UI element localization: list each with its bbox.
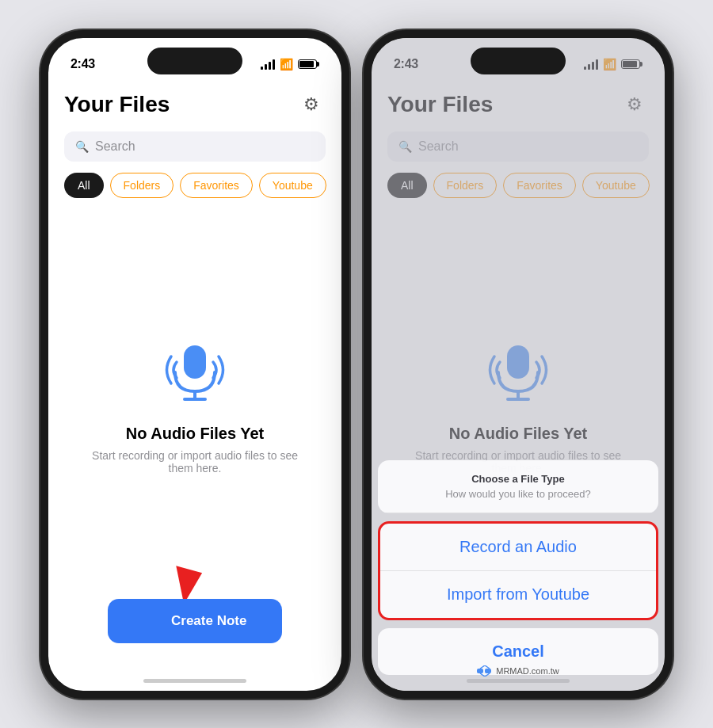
svg-rect-7 (485, 669, 491, 673)
mic-icon-1 (159, 334, 231, 409)
filter-tabs-1: All Folders Favorites Youtube (64, 173, 326, 198)
action-sheet-title: Choose a File Type (391, 473, 646, 485)
search-icon-1: 🔍 (75, 140, 89, 153)
import-youtube-button[interactable]: Import from Youtube (380, 571, 656, 618)
search-bar-1[interactable]: 🔍 Search (64, 131, 326, 162)
dynamic-island-2 (471, 48, 566, 74)
action-sheet-highlighted-group: Record an Audio Import from Youtube (378, 521, 658, 620)
phones-container: 2:43 📶 Your Files ⚙ (40, 30, 673, 699)
action-sheet-subtitle: How would you like to proceed? (391, 488, 646, 500)
empty-subtitle-1: Start recording or import audio files to… (92, 449, 298, 475)
svg-rect-0 (184, 345, 206, 379)
settings-icon-1[interactable]: ⚙ (297, 90, 326, 119)
filter-tab-all-1[interactable]: All (64, 173, 104, 198)
dynamic-island (147, 48, 242, 74)
signal-icon-1 (261, 59, 275, 70)
filter-tab-favorites-1[interactable]: Favorites (180, 173, 253, 198)
record-audio-button[interactable]: Record an Audio (380, 524, 656, 571)
svg-rect-6 (477, 669, 483, 673)
action-sheet-2: Choose a File Type How would you like to… (372, 460, 665, 691)
filter-tab-youtube-1[interactable]: Youtube (259, 173, 326, 198)
action-sheet-header-container: Choose a File Type How would you like to… (378, 460, 658, 513)
phone-1: 2:43 📶 Your Files ⚙ (40, 30, 349, 699)
wifi-icon-1: 📶 (280, 58, 293, 71)
phone-2: 2:43 📶 Your Files ⚙ (364, 30, 673, 699)
create-note-button-1[interactable]: Create Note (108, 599, 282, 643)
app-title-1: Your Files (64, 92, 170, 117)
search-placeholder-1: Search (95, 139, 135, 154)
app-header-1: Your Files ⚙ (64, 84, 326, 131)
status-time-1: 2:43 (71, 57, 95, 71)
action-sheet-header: Choose a File Type How would you like to… (378, 460, 658, 513)
filter-tab-folders-1[interactable]: Folders (110, 173, 174, 198)
watermark-text: MRMAD.com.tw (496, 666, 559, 676)
home-indicator-1 (143, 679, 246, 683)
watermark-logo-icon (477, 665, 493, 677)
battery-icon-1 (298, 59, 319, 69)
empty-title-1: No Audio Files Yet (126, 425, 264, 443)
watermark: MRMAD.com.tw (372, 665, 665, 677)
status-icons-1: 📶 (261, 58, 319, 71)
